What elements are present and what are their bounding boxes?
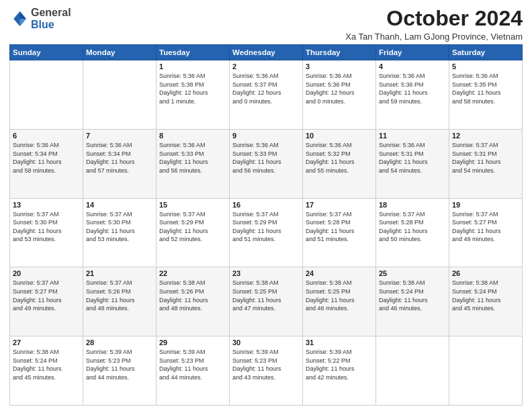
day-number: 28 [86, 338, 153, 347]
day-number: 11 [379, 132, 446, 140]
day-cell: 20Sunrise: 5:37 AM Sunset: 5:27 PM Dayli… [10, 267, 83, 336]
day-cell: 14Sunrise: 5:37 AM Sunset: 5:30 PM Dayli… [83, 198, 157, 267]
day-cell [10, 60, 83, 130]
day-info: Sunrise: 5:38 AM Sunset: 5:25 PM Dayligh… [306, 279, 373, 312]
day-info: Sunrise: 5:36 AM Sunset: 5:36 PM Dayligh… [306, 72, 373, 105]
day-info: Sunrise: 5:36 AM Sunset: 5:38 PM Dayligh… [159, 72, 226, 105]
day-cell: 25Sunrise: 5:38 AM Sunset: 5:24 PM Dayli… [376, 267, 449, 336]
day-info: Sunrise: 5:37 AM Sunset: 5:30 PM Dayligh… [86, 210, 153, 244]
svg-marker-1 [20, 11, 26, 19]
day-cell: 18Sunrise: 5:37 AM Sunset: 5:28 PM Dayli… [376, 198, 449, 267]
day-cell: 31Sunrise: 5:39 AM Sunset: 5:22 PM Dayli… [303, 336, 376, 406]
day-info: Sunrise: 5:37 AM Sunset: 5:30 PM Dayligh… [13, 210, 80, 244]
day-cell: 16Sunrise: 5:37 AM Sunset: 5:29 PM Dayli… [230, 198, 303, 267]
day-cell: 8Sunrise: 5:36 AM Sunset: 5:33 PM Daylig… [157, 129, 230, 198]
day-cell: 10Sunrise: 5:36 AM Sunset: 5:32 PM Dayli… [303, 129, 376, 198]
day-cell: 24Sunrise: 5:38 AM Sunset: 5:25 PM Dayli… [303, 267, 376, 336]
header-row: SundayMondayTuesdayWednesdayThursdayFrid… [10, 45, 523, 60]
day-number: 9 [232, 132, 300, 140]
day-info: Sunrise: 5:37 AM Sunset: 5:29 PM Dayligh… [159, 210, 226, 244]
day-number: 6 [13, 132, 80, 140]
day-cell: 29Sunrise: 5:39 AM Sunset: 5:23 PM Dayli… [157, 336, 230, 406]
day-cell: 21Sunrise: 5:37 AM Sunset: 5:26 PM Dayli… [83, 267, 157, 336]
day-info: Sunrise: 5:39 AM Sunset: 5:23 PM Dayligh… [232, 348, 300, 381]
day-info: Sunrise: 5:37 AM Sunset: 5:28 PM Dayligh… [379, 210, 446, 244]
day-info: Sunrise: 5:36 AM Sunset: 5:32 PM Dayligh… [306, 141, 373, 175]
day-number: 30 [232, 338, 300, 347]
day-info: Sunrise: 5:38 AM Sunset: 5:24 PM Dayligh… [13, 348, 80, 381]
day-cell: 3Sunrise: 5:36 AM Sunset: 5:36 PM Daylig… [303, 60, 376, 130]
day-cell: 2Sunrise: 5:36 AM Sunset: 5:37 PM Daylig… [230, 60, 303, 130]
day-cell: 28Sunrise: 5:39 AM Sunset: 5:23 PM Dayli… [83, 336, 157, 406]
day-info: Sunrise: 5:37 AM Sunset: 5:31 PM Dayligh… [452, 141, 519, 175]
day-number: 4 [379, 62, 446, 71]
week-row-5: 27Sunrise: 5:38 AM Sunset: 5:24 PM Dayli… [10, 336, 523, 406]
day-number: 3 [306, 62, 373, 71]
col-header-saturday: Saturday [449, 45, 523, 60]
logo-text: General Blue [31, 7, 71, 30]
svg-marker-2 [20, 19, 26, 26]
col-header-friday: Friday [376, 45, 449, 60]
day-cell: 1Sunrise: 5:36 AM Sunset: 5:38 PM Daylig… [157, 60, 230, 130]
day-number: 12 [452, 132, 519, 140]
day-cell: 19Sunrise: 5:37 AM Sunset: 5:27 PM Dayli… [449, 198, 523, 267]
day-info: Sunrise: 5:36 AM Sunset: 5:36 PM Dayligh… [379, 72, 446, 105]
col-header-monday: Monday [83, 45, 157, 60]
col-header-thursday: Thursday [303, 45, 376, 60]
week-row-2: 6Sunrise: 5:36 AM Sunset: 5:34 PM Daylig… [10, 129, 523, 198]
day-number: 10 [306, 132, 373, 140]
day-info: Sunrise: 5:36 AM Sunset: 5:34 PM Dayligh… [86, 141, 153, 175]
day-cell [449, 336, 523, 406]
day-number: 24 [306, 269, 373, 277]
day-number: 19 [452, 201, 519, 209]
col-header-wednesday: Wednesday [230, 45, 303, 60]
day-number: 23 [232, 269, 300, 277]
day-cell: 11Sunrise: 5:36 AM Sunset: 5:31 PM Dayli… [376, 129, 449, 198]
day-number: 25 [379, 269, 446, 277]
header: General Blue October 2024 Xa Tan Thanh, … [9, 7, 523, 42]
col-header-sunday: Sunday [10, 45, 83, 60]
day-number: 14 [86, 201, 153, 209]
month-title: October 2024 [345, 7, 523, 30]
day-number: 31 [306, 338, 373, 347]
day-cell: 22Sunrise: 5:38 AM Sunset: 5:26 PM Dayli… [157, 267, 230, 336]
day-info: Sunrise: 5:37 AM Sunset: 5:27 PM Dayligh… [13, 279, 80, 312]
day-number: 26 [452, 269, 519, 277]
week-row-4: 20Sunrise: 5:37 AM Sunset: 5:27 PM Dayli… [10, 267, 523, 336]
day-info: Sunrise: 5:37 AM Sunset: 5:29 PM Dayligh… [232, 210, 300, 244]
day-info: Sunrise: 5:36 AM Sunset: 5:33 PM Dayligh… [159, 141, 226, 175]
day-cell: 6Sunrise: 5:36 AM Sunset: 5:34 PM Daylig… [10, 129, 83, 198]
day-info: Sunrise: 5:39 AM Sunset: 5:23 PM Dayligh… [159, 348, 226, 381]
day-number: 21 [86, 269, 153, 277]
week-row-1: 1Sunrise: 5:36 AM Sunset: 5:38 PM Daylig… [10, 60, 523, 130]
day-info: Sunrise: 5:38 AM Sunset: 5:24 PM Dayligh… [452, 279, 519, 312]
title-area: October 2024 Xa Tan Thanh, Lam GJong Pro… [345, 7, 523, 42]
subtitle: Xa Tan Thanh, Lam GJong Province, Vietna… [345, 32, 523, 42]
day-info: Sunrise: 5:37 AM Sunset: 5:27 PM Dayligh… [452, 210, 519, 244]
col-header-tuesday: Tuesday [157, 45, 230, 60]
day-info: Sunrise: 5:36 AM Sunset: 5:34 PM Dayligh… [13, 141, 80, 175]
day-info: Sunrise: 5:36 AM Sunset: 5:37 PM Dayligh… [232, 72, 300, 105]
day-cell: 15Sunrise: 5:37 AM Sunset: 5:29 PM Dayli… [157, 198, 230, 267]
day-info: Sunrise: 5:36 AM Sunset: 5:31 PM Dayligh… [379, 141, 446, 175]
day-number: 27 [13, 338, 80, 347]
day-number: 29 [159, 338, 226, 347]
page: General Blue October 2024 Xa Tan Thanh, … [0, 0, 532, 411]
logo-icon [9, 9, 28, 28]
day-number: 7 [86, 132, 153, 140]
day-number: 20 [13, 269, 80, 277]
day-number: 18 [379, 201, 446, 209]
day-cell: 9Sunrise: 5:36 AM Sunset: 5:33 PM Daylig… [230, 129, 303, 198]
day-info: Sunrise: 5:39 AM Sunset: 5:22 PM Dayligh… [306, 348, 373, 381]
day-info: Sunrise: 5:37 AM Sunset: 5:28 PM Dayligh… [306, 210, 373, 244]
day-cell: 23Sunrise: 5:38 AM Sunset: 5:25 PM Dayli… [230, 267, 303, 336]
day-number: 15 [159, 201, 226, 209]
day-cell: 26Sunrise: 5:38 AM Sunset: 5:24 PM Dayli… [449, 267, 523, 336]
day-info: Sunrise: 5:39 AM Sunset: 5:23 PM Dayligh… [86, 348, 153, 381]
day-cell: 27Sunrise: 5:38 AM Sunset: 5:24 PM Dayli… [10, 336, 83, 406]
logo-blue: Blue [31, 19, 71, 31]
day-cell [376, 336, 449, 406]
day-info: Sunrise: 5:38 AM Sunset: 5:25 PM Dayligh… [232, 279, 300, 312]
day-cell: 13Sunrise: 5:37 AM Sunset: 5:30 PM Dayli… [10, 198, 83, 267]
day-info: Sunrise: 5:38 AM Sunset: 5:24 PM Dayligh… [379, 279, 446, 312]
